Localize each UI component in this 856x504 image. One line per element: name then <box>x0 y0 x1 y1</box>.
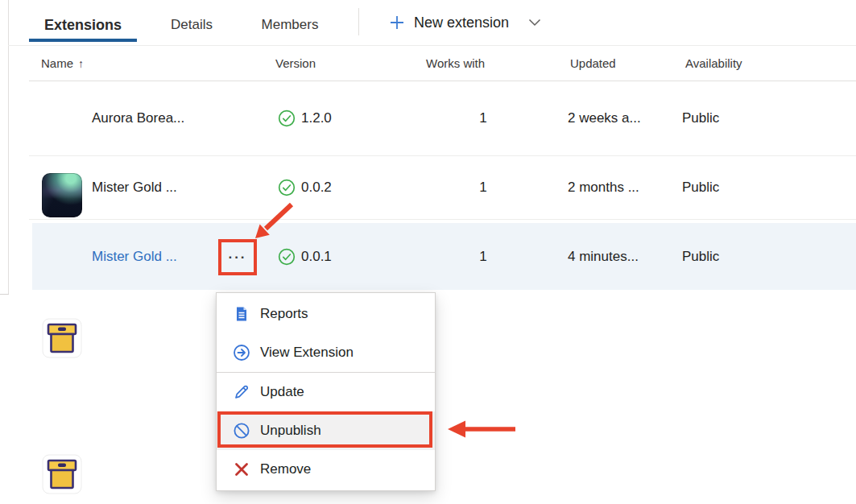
menu-item-label: Update <box>260 384 304 400</box>
updated-value: 4 minutes... <box>568 249 639 265</box>
active-tab-underline <box>29 39 137 42</box>
tab-extensions-label: Extensions <box>44 17 122 34</box>
block-icon <box>233 422 250 440</box>
works-with-value: 1 <box>479 180 486 196</box>
annotation-arrow-to-unpublish <box>448 421 515 438</box>
table-row-mister-gold-1[interactable]: Mister Gold ... 0.0.1 1 4 minutes... Pub… <box>0 223 856 290</box>
verified-check-icon <box>278 248 296 266</box>
column-updated-label: Updated <box>570 56 616 70</box>
tab-details-label: Details <box>171 17 213 33</box>
new-extension-label: New extension <box>414 14 509 31</box>
version-value: 0.0.1 <box>301 249 332 265</box>
verified-check-icon <box>278 109 296 127</box>
view-extension-icon <box>233 344 250 361</box>
toolbar-divider <box>358 8 359 35</box>
table-header: Name ↑ Version Works with Updated Availa… <box>0 46 856 81</box>
menu-item-label: View Extension <box>260 345 354 361</box>
version-value: 1.2.0 <box>301 110 332 126</box>
new-extension-button[interactable]: New extension <box>388 8 541 37</box>
menu-item-remove[interactable]: Remove <box>217 450 435 489</box>
tab-members-label: Members <box>262 17 319 33</box>
panel-bottom-notch <box>0 294 9 295</box>
row-divider <box>29 219 856 220</box>
column-works-with-label: Works with <box>426 56 485 70</box>
sort-ascending-icon: ↑ <box>78 57 84 70</box>
verified-check-icon <box>278 179 296 196</box>
menu-item-reports[interactable]: Reports <box>217 295 435 333</box>
column-name-label: Name <box>41 56 73 70</box>
version-value: 0.0.2 <box>301 180 332 196</box>
extension-name[interactable]: Aurora Borea... <box>92 110 184 126</box>
report-icon <box>233 305 250 323</box>
works-with-value: 1 <box>479 249 486 265</box>
extension-name[interactable]: Mister Gold ... <box>92 180 177 196</box>
column-header-name[interactable]: Name ↑ <box>41 46 84 81</box>
menu-item-label: Remove <box>260 461 311 477</box>
plus-icon <box>388 14 406 31</box>
menu-item-unpublish[interactable]: Unpublish <box>217 411 435 450</box>
tab-members[interactable]: Members <box>243 8 337 42</box>
tab-bar: Extensions Details Members New extension <box>8 0 856 46</box>
chevron-down-icon <box>528 19 541 27</box>
column-availability-label: Availability <box>685 56 742 70</box>
gold-box-extension-thumbnail <box>41 317 83 362</box>
table-row-mister-gold-2[interactable]: Mister Gold ... 0.0.2 1 2 months ... Pub… <box>0 155 856 219</box>
menu-item-label: Reports <box>260 306 308 322</box>
tab-details[interactable]: Details <box>155 8 229 42</box>
column-header-version[interactable]: Version <box>275 46 316 81</box>
publisher-management-page: Extensions Details Members New extension… <box>0 0 856 504</box>
updated-value: 2 weeks a... <box>568 110 641 126</box>
availability-value: Public <box>682 110 719 126</box>
availability-value: Public <box>682 180 719 196</box>
pencil-icon <box>233 383 250 401</box>
works-with-value: 1 <box>479 110 486 126</box>
menu-item-update[interactable]: Update <box>217 373 435 411</box>
extension-name-link[interactable]: Mister Gold ... <box>92 249 177 265</box>
column-version-label: Version <box>275 56 316 70</box>
table-row-aurora-borealis[interactable]: Aurora Borea... 1.2.0 1 2 weeks a... Pub… <box>0 81 856 155</box>
menu-item-view-extension[interactable]: View Extension <box>217 333 435 372</box>
column-header-works-with[interactable]: Works with <box>426 46 485 81</box>
updated-value: 2 months ... <box>568 180 639 196</box>
column-header-availability[interactable]: Availability <box>685 46 742 81</box>
availability-value: Public <box>682 249 719 265</box>
tab-extensions[interactable]: Extensions <box>29 8 137 42</box>
menu-item-label: Unpublish <box>260 423 321 439</box>
gold-box-extension-thumbnail <box>41 453 83 498</box>
remove-x-icon <box>233 461 250 478</box>
column-header-updated[interactable]: Updated <box>570 46 616 81</box>
row-context-menu: Reports View Extension Update <box>216 292 436 491</box>
row-actions-ellipsis-button[interactable]: ··· <box>220 242 255 274</box>
